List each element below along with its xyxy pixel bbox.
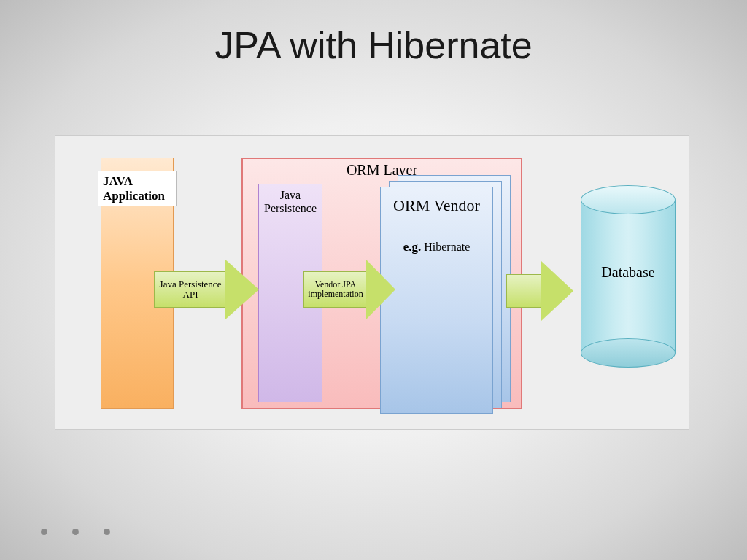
arrow-to-database-shaft — [506, 274, 543, 308]
java-application-label: JAVA Application — [98, 171, 177, 206]
slide-footer-dots — [41, 529, 110, 535]
java-persistence-label: Java Persistence — [262, 189, 319, 216]
orm-vendor-label: ORM Vendor — [387, 196, 487, 215]
arrow-head-icon — [541, 261, 573, 321]
arrow-head-icon — [225, 260, 259, 319]
orm-vendor-card-front: ORM Vendor e.g. Hibernate — [380, 187, 493, 414]
arrow-head-icon — [366, 260, 395, 319]
diagram-canvas: JAVA Application ORM Layer Java Persiste… — [55, 135, 689, 430]
dot-icon — [104, 529, 110, 535]
orm-vendor-example: e.g. Hibernate — [387, 240, 487, 254]
dot-icon — [72, 529, 79, 535]
orm-vendor-eg-prefix: e.g. — [403, 240, 422, 254]
database-label: Database — [581, 264, 676, 281]
orm-vendor-eg-value: Hibernate — [424, 241, 470, 253]
database-bottom-cap — [581, 338, 676, 368]
dot-icon — [41, 529, 47, 535]
arrow-jpa-api-label: Java Persistence API — [154, 271, 227, 308]
database-cylinder: Database — [581, 185, 676, 368]
arrow-vendor-impl-label: Vendor JPA implementation — [303, 271, 368, 308]
slide-title: JPA with Hibernate — [0, 23, 747, 67]
database-top-cap — [581, 185, 676, 214]
